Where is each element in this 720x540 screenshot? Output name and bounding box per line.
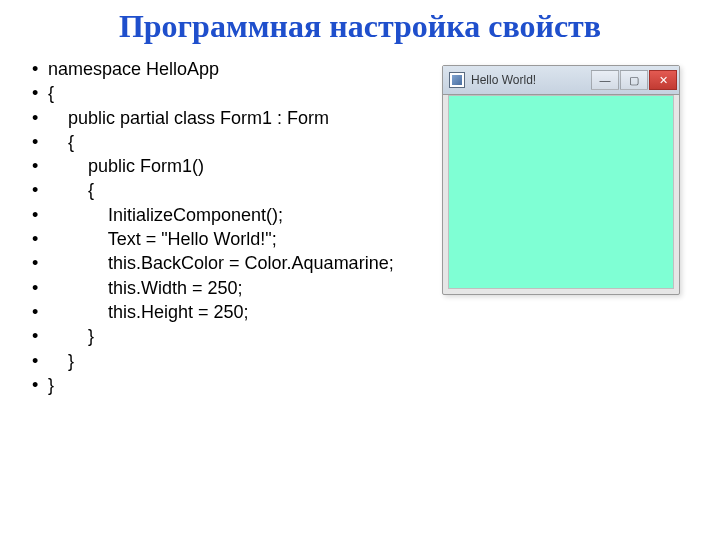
window-controls: — ▢ ✕	[590, 70, 677, 90]
window-titlebar: Hello World! — ▢ ✕	[443, 66, 679, 95]
maximize-button[interactable]: ▢	[620, 70, 648, 90]
maximize-icon: ▢	[629, 75, 639, 86]
slide-title: Программная настройка свойств	[0, 8, 720, 45]
slide-content: namespace HelloApp { public partial clas…	[0, 57, 720, 397]
code-listing: namespace HelloApp { public partial clas…	[0, 57, 432, 397]
code-line: namespace HelloApp	[32, 57, 432, 81]
window-client-area	[448, 95, 674, 289]
code-line: {	[32, 81, 432, 105]
minimize-button[interactable]: —	[591, 70, 619, 90]
slide: Программная настройка свойств namespace …	[0, 8, 720, 540]
close-button[interactable]: ✕	[649, 70, 677, 90]
code-line: public Form1()	[32, 154, 432, 178]
window-title: Hello World!	[471, 73, 590, 87]
code-line: this.BackColor = Color.Aquamarine;	[32, 251, 432, 275]
code-line: }	[32, 349, 432, 373]
code-line: {	[32, 178, 432, 202]
application-icon	[449, 72, 465, 88]
code-line: }	[32, 373, 432, 397]
code-line: }	[32, 324, 432, 348]
sample-window: Hello World! — ▢ ✕	[442, 65, 680, 295]
minimize-icon: —	[600, 75, 611, 86]
code-line: {	[32, 130, 432, 154]
close-icon: ✕	[659, 75, 668, 86]
code-line: InitializeComponent();	[32, 203, 432, 227]
code-line: public partial class Form1 : Form	[32, 106, 432, 130]
code-line: this.Width = 250;	[32, 276, 432, 300]
code-line: Text = "Hello World!";	[32, 227, 432, 251]
code-line: this.Height = 250;	[32, 300, 432, 324]
